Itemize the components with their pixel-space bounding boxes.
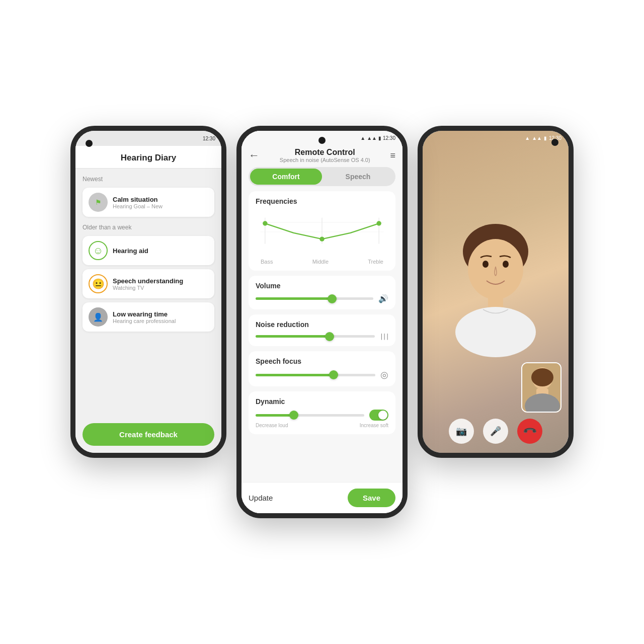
phone-right: ▲ ▲▲ ▮ 12:30 (418, 126, 574, 458)
svg-point-11 (503, 261, 509, 268)
dynamic-slider-row (256, 410, 388, 421)
center-screen: ▲ ▲▲ ▮ 12:30 ← Remote Control Speech in … (242, 131, 403, 513)
create-feedback-button[interactable]: Create feedback (83, 423, 214, 446)
noise-reduction-title: Noise reduction (256, 320, 388, 329)
speech-track[interactable] (256, 374, 375, 376)
volume-title: Volume (256, 282, 388, 290)
diary-text: Hearing aid (113, 247, 148, 255)
speech-focus-title: Speech focus (256, 357, 388, 365)
left-header: Hearing Diary (75, 146, 221, 169)
diary-text: Low wearing time Hearing care profession… (113, 310, 176, 324)
status-icons: ▲ ▲▲ ▮ 12:30 (360, 135, 395, 141)
item-name: Speech understanding (113, 277, 183, 285)
dynamic-fill (256, 414, 294, 417)
rc-subtitle: Speech in noise (AutoSense OS 4.0) (280, 157, 370, 163)
rc-title: Remote Control (280, 148, 370, 157)
list-item[interactable]: 😐 Speech understanding Watching TV (83, 269, 214, 298)
left-status-bar: 12:30 (75, 131, 221, 146)
volume-track[interactable] (256, 297, 373, 300)
older-label: Older than a week (83, 224, 214, 231)
tabs-bar: Comfort Speech (249, 167, 395, 186)
title-block: Remote Control Speech in noise (AutoSens… (280, 148, 370, 163)
item-sub: Hearing Goal – New (113, 203, 163, 209)
svg-point-10 (482, 261, 489, 268)
dynamic-thumb (289, 411, 298, 420)
wifi-icon: ▲ (360, 135, 365, 141)
noise-slider-row: ||| (256, 333, 388, 340)
frequencies-section: Frequencies (249, 191, 395, 271)
speech-icon: ◎ (380, 369, 388, 380)
phones-container: 12:30 Hearing Diary Newest ⚑ Calm situat… (45, 45, 599, 599)
dynamic-title: Dynamic (256, 397, 388, 406)
punch-hole-center (318, 137, 326, 144)
frequency-chart (256, 209, 388, 255)
volume-fill (256, 297, 332, 300)
back-button[interactable]: ← (249, 149, 260, 162)
dynamic-increase-label: Increase soft (360, 423, 388, 428)
end-call-button[interactable]: 📞 (517, 419, 542, 444)
battery-icon: ▮ (378, 135, 381, 141)
speech-slider-row: ◎ (256, 369, 388, 380)
menu-button[interactable]: ≡ (390, 150, 395, 161)
camera-button[interactable]: 📷 (449, 419, 474, 444)
volume-thumb (328, 294, 337, 303)
signal-icon: ▲▲ (367, 135, 377, 141)
avatar: ⚑ (89, 193, 108, 212)
svg-point-7 (376, 221, 381, 225)
speech-focus-section: Speech focus ◎ (249, 351, 395, 386)
avatar: 👤 (89, 307, 108, 327)
frequencies-title: Frequencies (256, 197, 388, 205)
center-status-time: 12:30 (383, 135, 395, 141)
freq-bass: Bass (261, 259, 273, 265)
left-status-time: 12:30 (203, 136, 215, 141)
dynamic-track[interactable] (256, 414, 364, 417)
list-item[interactable]: ⚑ Calm situation Hearing Goal – New (83, 188, 214, 217)
item-sub: Watching TV (113, 285, 183, 291)
item-sub: Hearing care professional (113, 318, 176, 324)
save-button[interactable]: Save (348, 489, 395, 507)
volume-icon: 🔊 (378, 294, 388, 303)
update-label: Update (249, 494, 273, 502)
avatar: 😐 (89, 274, 108, 293)
video-thumbnail (521, 362, 561, 413)
phone-center: ▲ ▲▲ ▮ 12:30 ← Remote Control Speech in … (236, 126, 408, 518)
avatar: ☺ (89, 241, 108, 260)
list-item[interactable]: 👤 Low wearing time Hearing care professi… (83, 302, 214, 332)
volume-slider-row: 🔊 (256, 294, 388, 303)
noise-track[interactable] (256, 335, 375, 338)
dynamic-toggle-knob (378, 411, 387, 420)
flag-icon: ⚑ (95, 198, 102, 206)
left-title: Hearing Diary (121, 153, 177, 163)
video-controls: 📷 🎤 📞 (423, 419, 569, 444)
noise-thumb (325, 332, 334, 341)
freq-treble: Treble (368, 259, 383, 265)
speech-fill (256, 374, 334, 376)
dynamic-decrease-label: Decrease loud (256, 423, 288, 428)
noise-fill (256, 335, 330, 338)
dynamic-toggle[interactable] (369, 410, 388, 421)
list-item[interactable]: ☺ Hearing aid (83, 236, 214, 265)
rc-content: Frequencies (242, 191, 403, 482)
camera-icon: 📷 (456, 426, 467, 437)
tab-comfort[interactable]: Comfort (250, 169, 322, 185)
mic-icon: 🎤 (490, 426, 501, 437)
person-svg (445, 216, 546, 367)
svg-point-5 (263, 221, 267, 225)
freq-labels: Bass Middle Treble (256, 259, 388, 265)
noise-reduction-section: Noise reduction ||| (249, 314, 395, 346)
mic-button[interactable]: 🎤 (483, 419, 508, 444)
newest-label: Newest (83, 176, 214, 183)
left-content: Newest ⚑ Calm situation Hearing Goal – N… (75, 169, 221, 416)
diary-text: Calm situation Hearing Goal – New (113, 196, 163, 209)
item-name: Calm situation (113, 196, 163, 203)
svg-point-9 (468, 239, 523, 299)
rc-header: ← Remote Control Speech in noise (AutoSe… (242, 145, 403, 167)
tab-speech[interactable]: Speech (322, 169, 394, 185)
item-name: Hearing aid (113, 247, 148, 255)
end-call-icon: 📞 (522, 423, 537, 439)
left-screen: 12:30 Hearing Diary Newest ⚑ Calm situat… (75, 131, 221, 453)
volume-section: Volume 🔊 (249, 276, 395, 309)
diary-text: Speech understanding Watching TV (113, 277, 183, 291)
rc-footer: Update Save (242, 482, 403, 513)
svg-point-6 (319, 236, 324, 241)
